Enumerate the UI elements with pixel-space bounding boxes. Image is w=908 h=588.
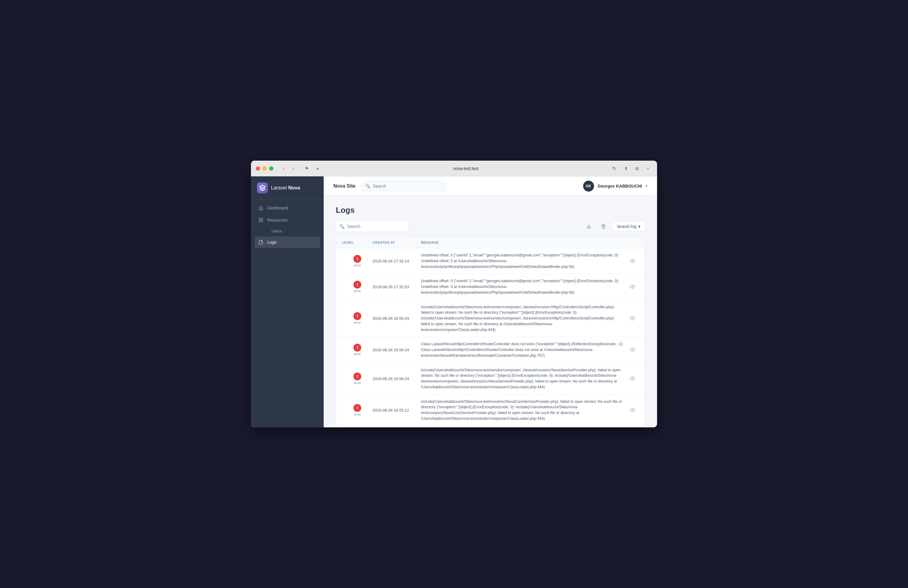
url-text: nova-test.test: [453, 166, 478, 171]
camera-icon: ⎈: [313, 164, 322, 173]
logs-search-input[interactable]: [336, 221, 409, 232]
table-row: ! error 2018-08-26 16:56:24 include(/Use…: [336, 363, 645, 395]
logo-text: Laravel Nova: [271, 185, 300, 191]
level-label: error: [354, 381, 361, 385]
reload-button[interactable]: ↻: [610, 164, 618, 173]
message-cell: Undefined offset: 0 {"userId":1,"email":…: [421, 253, 626, 269]
table-row: ! error 2018-08-26 16:56:24 include(/Use…: [336, 300, 645, 337]
svg-point-6: [632, 286, 633, 288]
row-actions: [626, 347, 639, 353]
col-message: MESSAGE: [421, 241, 626, 244]
row-actions: [626, 258, 639, 264]
level-label: error: [354, 321, 361, 324]
search-icon: 🔍: [340, 224, 345, 229]
header-right: GK Georges KABBOUCHI ▾: [583, 180, 647, 192]
message-cell: Class Laravel\Nova\Http\Controllers\Rout…: [421, 341, 626, 358]
new-tab-icon[interactable]: ⊞: [633, 164, 641, 173]
sidebar-item-logs-label: Logs: [267, 240, 276, 245]
logo-icon: [257, 182, 268, 193]
view-log-button[interactable]: [630, 258, 635, 264]
sidebar-navigation: Dashboard Resources Users: [251, 202, 324, 248]
sidebar-logo: Laravel Nova: [251, 176, 324, 200]
traffic-lights: [256, 166, 274, 171]
col-created-at: CREATED AT: [372, 241, 421, 244]
level-label: error: [354, 412, 361, 416]
sidebar-sub-resources: Users: [254, 226, 320, 236]
view-log-button[interactable]: [630, 316, 635, 321]
back-button[interactable]: ‹: [279, 164, 288, 173]
app-window: ‹ › ⚑ ⎈ nova-test.test ↻ ⬆ ⊞ ＋: [251, 161, 657, 427]
error-icon: !: [353, 344, 361, 351]
maximize-button[interactable]: [269, 166, 274, 171]
file-select-dropdown[interactable]: laravel.log ▾: [612, 222, 645, 231]
message-cell: include(/Users/kabbouchi/Sites/nova-test…: [421, 367, 626, 390]
sidebar-item-logs[interactable]: Logs: [254, 237, 320, 248]
svg-point-10: [632, 409, 633, 411]
download-button[interactable]: [583, 221, 594, 232]
sidebar-item-dashboard[interactable]: Dashboard: [254, 202, 320, 214]
main-content: Logs 🔍: [324, 196, 657, 427]
row-actions: [626, 408, 639, 413]
sidebar-item-resources[interactable]: Resources: [254, 214, 320, 226]
logs-table: LEVEL CREATED AT MESSAGE ! error 2018-08…: [336, 237, 645, 426]
message-cell: include(/Users/kabbouchi/Sites/nova-test…: [421, 399, 626, 422]
page-title: Logs: [336, 206, 645, 215]
error-icon: !: [353, 372, 361, 380]
search-wrap: 🔍: [336, 221, 409, 232]
close-button[interactable]: [256, 166, 260, 171]
header-search-wrap: 🔍: [362, 181, 446, 191]
share-button[interactable]: ⬆: [622, 164, 630, 173]
sidebar-item-users[interactable]: Users: [268, 226, 320, 236]
home-icon: [258, 205, 264, 211]
row-actions: [626, 316, 639, 321]
created-at: 2018-08-26 17:32:03: [372, 285, 421, 289]
user-name: Georges KABBOUCHI: [598, 184, 642, 188]
view-log-button[interactable]: [630, 408, 635, 413]
sidebar: Laravel Nova Dashboard: [251, 176, 324, 427]
forward-button[interactable]: ›: [289, 164, 298, 173]
table-header: LEVEL CREATED AT MESSAGE: [336, 237, 645, 248]
table-row: ! error 2018-08-26 17:32:14 Undefined of…: [336, 248, 645, 274]
svg-point-9: [632, 378, 633, 380]
level-cell: ! error: [342, 312, 372, 324]
view-log-button[interactable]: [630, 284, 635, 290]
minimize-button[interactable]: [262, 166, 267, 171]
svg-point-5: [632, 260, 633, 262]
delete-button[interactable]: [598, 221, 609, 232]
created-at: 2018-08-26 16:56:24: [372, 316, 421, 321]
view-log-button[interactable]: [630, 347, 635, 353]
svg-point-8: [632, 349, 633, 351]
table-row: ! error 2018-08-26 16:55:12 include(/Use…: [336, 395, 645, 426]
message-cell: include(/Users/kabbouchi/Sites/nova-test…: [421, 304, 626, 333]
right-panel: Nova Site 🔍 GK Georges KABBOUCHI ▾ Logs: [324, 176, 657, 427]
header-search-input[interactable]: [362, 181, 446, 191]
header-search-icon: 🔍: [365, 184, 370, 188]
svg-rect-3: [259, 220, 261, 222]
file-select-chevron-icon: ▾: [638, 224, 641, 229]
row-actions: [626, 376, 639, 381]
view-log-button[interactable]: [630, 376, 635, 381]
logs-toolbar: 🔍: [336, 221, 645, 232]
grid-icon: [258, 217, 264, 223]
message-cell: Undefined offset: 0 {"userId":1,"email":…: [421, 278, 626, 295]
toolbar-right: laravel.log ▾: [583, 221, 645, 232]
svg-rect-1: [261, 218, 263, 220]
window-icons: ⚑ ⎈: [303, 164, 322, 173]
user-menu-chevron-icon[interactable]: ▾: [646, 184, 647, 188]
error-icon: !: [353, 404, 361, 412]
table-row: ! error 2018-08-26 17:32:03 Undefined of…: [336, 274, 645, 300]
titlebar: ‹ › ⚑ ⎈ nova-test.test ↻ ⬆ ⊞ ＋: [251, 161, 657, 176]
created-at: 2018-08-26 16:56:24: [372, 377, 421, 381]
level-cell: ! error: [342, 255, 372, 267]
level-cell: ! error: [342, 344, 372, 356]
level-label: error: [354, 263, 361, 267]
created-at: 2018-08-26 17:32:14: [372, 259, 421, 263]
user-avatar: GK: [583, 180, 594, 192]
sidebar-item-dashboard-label: Dashboard: [267, 206, 288, 210]
created-at: 2018-08-26 16:55:12: [372, 408, 421, 412]
level-label: error: [354, 289, 361, 293]
file-select-value: laravel.log: [617, 224, 636, 229]
col-level: LEVEL: [342, 241, 372, 244]
level-label: error: [354, 352, 361, 356]
plus-button[interactable]: ＋: [644, 164, 652, 173]
